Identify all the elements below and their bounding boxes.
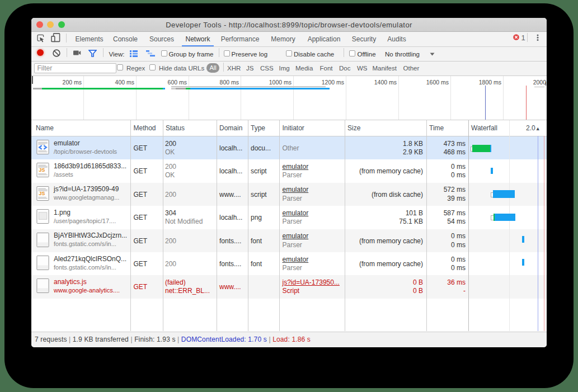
svg-text:JS: JS: [39, 191, 45, 196]
svg-text:JS: JS: [39, 168, 45, 173]
